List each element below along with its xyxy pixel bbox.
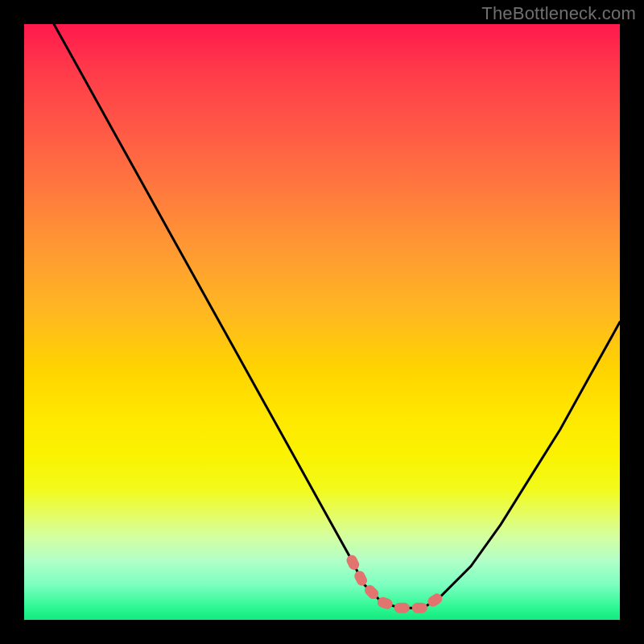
- watermark-text: TheBottleneck.com: [481, 3, 636, 24]
- curve-svg: [24, 24, 620, 620]
- plot-area: [24, 24, 620, 620]
- optimal-range-highlight: [352, 560, 441, 608]
- chart-frame: TheBottleneck.com: [0, 0, 644, 644]
- bottleneck-curve: [54, 24, 620, 608]
